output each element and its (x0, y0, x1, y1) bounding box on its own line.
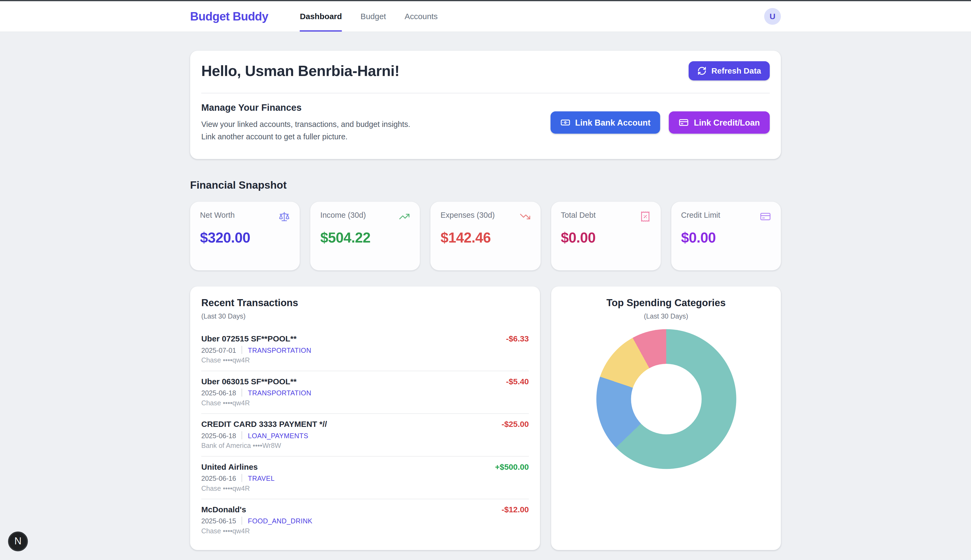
transaction-category[interactable]: TRANSPORTATION (248, 389, 311, 397)
link-bank-account-button[interactable]: Link Bank Account (550, 111, 660, 134)
transactions-list: Uber 072515 SF**POOL** -$6.33 2025-07-01… (201, 328, 529, 542)
trending-up-icon (399, 211, 410, 222)
transaction-category[interactable]: LOAN_PAYMENTS (248, 432, 308, 439)
stat-value: $320.00 (200, 230, 290, 246)
transaction-name: Uber 072515 SF**POOL** (201, 334, 296, 343)
stat-card-net-worth: Net Worth $320.00 (190, 202, 300, 270)
transaction-row: Uber 072515 SF**POOL** -$6.33 2025-07-01… (201, 328, 529, 370)
recent-transactions-subtitle: (Last 30 Days) (201, 312, 529, 320)
stat-label: Income (30d) (320, 211, 366, 220)
divider (242, 474, 242, 482)
scale-icon (279, 211, 290, 222)
manage-finances-title: Manage Your Finances (201, 102, 424, 113)
stat-label: Net Worth (200, 211, 235, 220)
main-content: Hello, Usman Benrbia-Harni! Refresh Data… (190, 51, 781, 550)
stat-label: Credit Limit (681, 211, 720, 220)
divider (201, 93, 770, 93)
financial-snapshot-title: Financial Snapshot (190, 180, 781, 192)
top-spending-card: Top Spending Categories (Last 30 Days) (551, 287, 781, 550)
refresh-data-button[interactable]: Refresh Data (689, 61, 770, 80)
refresh-button-label: Refresh Data (712, 66, 761, 75)
stat-card-income: Income (30d) $504.22 (311, 202, 420, 270)
stats-row: Net Worth $320.00 Income (30d) (190, 202, 781, 270)
recent-transactions-card: Recent Transactions (Last 30 Days) Uber … (190, 287, 540, 550)
app-logo[interactable]: Budget Buddy (190, 10, 268, 23)
nextjs-dev-badge[interactable]: N (8, 532, 28, 551)
transaction-row: McDonald's -$12.00 2025-06-15 FOOD_AND_D… (201, 499, 529, 542)
trending-down-icon (519, 211, 530, 222)
transaction-row: Uber 063015 SF**POOL** -$5.40 2025-06-18… (201, 370, 529, 413)
banknote-icon (560, 117, 570, 127)
transaction-date: 2025-06-16 (201, 474, 236, 482)
stat-value: $142.46 (440, 230, 530, 246)
transaction-row: CREDIT CARD 3333 PAYMENT *// -$25.00 202… (201, 413, 529, 456)
link-credit-loan-button[interactable]: Link Credit/Loan (669, 111, 770, 134)
refresh-icon (697, 66, 706, 75)
transaction-account: Chase ••••qw4R (201, 399, 529, 407)
transaction-name: Uber 063015 SF**POOL** (201, 377, 296, 386)
top-spending-subtitle: (Last 30 Days) (562, 312, 770, 320)
transaction-category[interactable]: TRAVEL (248, 474, 274, 482)
divider (242, 517, 242, 525)
stat-label: Total Debt (561, 211, 595, 220)
stat-value: $0.00 (561, 230, 650, 246)
donut-chart[interactable] (596, 329, 736, 469)
transaction-name: United Airlines (201, 462, 258, 471)
divider (242, 388, 242, 397)
nav-tab-dashboard[interactable]: Dashboard (300, 2, 342, 32)
receipt-percent-icon (640, 211, 650, 222)
welcome-card: Hello, Usman Benrbia-Harni! Refresh Data… (190, 51, 781, 159)
stat-card-total-debt: Total Debt $0.00 (551, 202, 660, 270)
main-nav: Dashboard Budget Accounts (291, 2, 447, 32)
nav-tab-accounts[interactable]: Accounts (404, 2, 438, 32)
recent-transactions-title: Recent Transactions (201, 298, 529, 308)
top-spending-title: Top Spending Categories (562, 298, 770, 308)
transaction-amount: -$25.00 (501, 420, 529, 429)
page: Budget Buddy Dashboard Budget Accounts U… (0, 0, 971, 560)
top-navbar: Budget Buddy Dashboard Budget Accounts U (0, 2, 971, 32)
divider (242, 431, 242, 439)
transaction-date: 2025-06-18 (201, 432, 236, 439)
transaction-category[interactable]: TRANSPORTATION (248, 346, 311, 354)
stat-card-expenses: Expenses (30d) $142.46 (431, 202, 540, 270)
stat-value: $504.22 (320, 230, 410, 246)
transaction-account: Chase ••••qw4R (201, 485, 529, 492)
manage-finances-description: View your linked accounts, transactions,… (201, 118, 424, 143)
link-bank-button-label: Link Bank Account (575, 118, 650, 127)
transaction-account: Chase ••••qw4R (201, 356, 529, 364)
transaction-amount: +$500.00 (495, 462, 529, 471)
link-credit-button-label: Link Credit/Loan (694, 118, 760, 127)
nav-tab-budget[interactable]: Budget (361, 2, 386, 32)
transaction-amount: -$5.40 (506, 377, 529, 386)
transaction-date: 2025-06-18 (201, 389, 236, 397)
credit-card-icon (760, 211, 771, 222)
transaction-date: 2025-06-15 (201, 517, 236, 525)
stat-value: $0.00 (681, 230, 771, 246)
greeting-heading: Hello, Usman Benrbia-Harni! (201, 62, 399, 80)
avatar[interactable]: U (764, 8, 781, 25)
transaction-category[interactable]: FOOD_AND_DRINK (248, 517, 313, 525)
divider (242, 346, 242, 354)
transaction-name: McDonald's (201, 505, 246, 514)
transaction-row: United Airlines +$500.00 2025-06-16 TRAV… (201, 456, 529, 498)
transaction-amount: -$6.33 (506, 334, 529, 343)
transaction-date: 2025-07-01 (201, 346, 236, 354)
transaction-account: Chase ••••qw4R (201, 527, 529, 535)
transaction-amount: -$12.00 (501, 505, 529, 514)
stat-card-credit-limit: Credit Limit $0.00 (671, 202, 781, 270)
credit-card-icon (679, 117, 689, 127)
transaction-account: Bank of America ••••Wr8W (201, 442, 529, 449)
transaction-name: CREDIT CARD 3333 PAYMENT *// (201, 420, 327, 429)
stat-label: Expenses (30d) (440, 211, 495, 220)
